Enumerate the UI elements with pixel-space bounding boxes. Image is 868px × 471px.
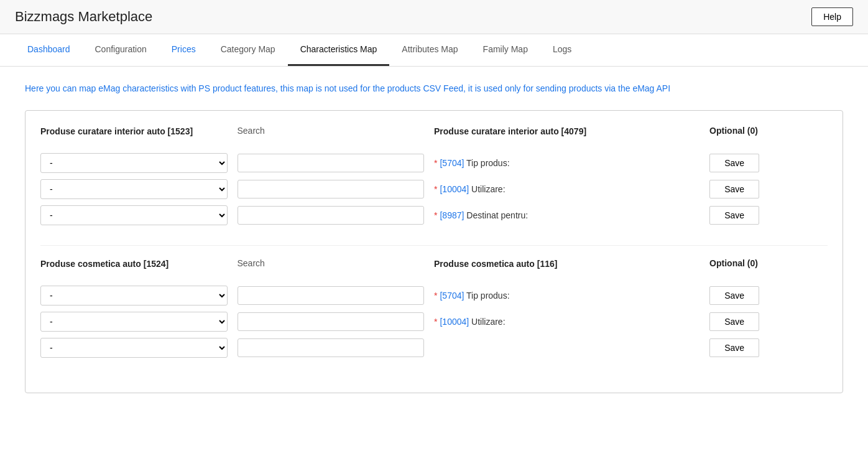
section2-search-header: Search xyxy=(238,258,425,268)
section-2: Produse cosmetica auto [1524] Search Pro… xyxy=(40,258,828,358)
section1-left-header: Produse curatare interior auto [1523] xyxy=(40,126,228,138)
nav-item-family-map[interactable]: Family Map xyxy=(471,34,540,66)
section1-select-2[interactable]: - xyxy=(40,179,228,199)
section-1: Produse curatare interior auto [1523] Se… xyxy=(40,126,828,225)
section1-save-3[interactable]: Save xyxy=(709,206,759,225)
section1-search-header: Search xyxy=(238,126,425,136)
section2-search-3[interactable] xyxy=(238,338,425,357)
section2-char-1: *[5704] Tip produs: xyxy=(434,291,510,301)
section1-select-1[interactable]: - xyxy=(40,153,228,173)
nav: Dashboard Configuration Prices Category … xyxy=(0,34,868,67)
section1-char-2: *[10004] Utilizare: xyxy=(434,184,506,194)
section1-right-header: Produse curatare interior auto [4079] xyxy=(434,126,699,138)
nav-item-logs[interactable]: Logs xyxy=(540,34,584,66)
section1-save-1[interactable]: Save xyxy=(709,154,759,172)
section1-char-3: *[8987] Destinat pentru: xyxy=(434,210,528,220)
section-divider-1 xyxy=(40,245,828,246)
section2-char-2: *[10004] Utilizare: xyxy=(434,317,506,327)
nav-item-dashboard[interactable]: Dashboard xyxy=(15,34,83,66)
section1-search-2[interactable] xyxy=(238,180,425,198)
section1-search-3[interactable] xyxy=(238,206,425,225)
section2-save-2[interactable]: Save xyxy=(709,312,759,331)
main-content: Here you can map eMag characteristics wi… xyxy=(0,67,868,408)
section1-search-1[interactable] xyxy=(238,154,425,172)
nav-item-prices[interactable]: Prices xyxy=(159,34,208,66)
section2-select-2[interactable]: - xyxy=(40,312,228,332)
main-box: Produse curatare interior auto [1523] Se… xyxy=(25,110,843,393)
section2-left-header: Produse cosmetica auto [1524] xyxy=(40,258,228,271)
section2-select-3[interactable]: - xyxy=(40,338,228,358)
info-text: Here you can map eMag characteristics wi… xyxy=(25,82,843,95)
section2-search-1[interactable] xyxy=(238,286,425,305)
header: Bizzmags Marketplace Help xyxy=(0,0,868,34)
nav-item-characteristics-map[interactable]: Characteristics Map xyxy=(288,34,390,66)
app-title: Bizzmags Marketplace xyxy=(15,9,152,25)
section2-search-2[interactable] xyxy=(238,312,425,331)
nav-item-configuration[interactable]: Configuration xyxy=(83,34,159,66)
nav-item-category-map[interactable]: Category Map xyxy=(208,34,288,66)
section2-right-header: Produse cosmetica auto [116] xyxy=(434,258,699,271)
section1-optional-header: Optional (0) xyxy=(709,126,828,136)
section2-save-3[interactable]: Save xyxy=(709,338,759,357)
section1-save-2[interactable]: Save xyxy=(709,180,759,198)
nav-item-attributes-map[interactable]: Attributes Map xyxy=(389,34,470,66)
section2-select-1[interactable]: - xyxy=(40,286,228,305)
section2-optional-header: Optional (0) xyxy=(709,258,828,268)
section2-save-1[interactable]: Save xyxy=(709,286,759,305)
help-button[interactable]: Help xyxy=(811,7,853,26)
section1-char-1: *[5704] Tip produs: xyxy=(434,158,510,168)
section1-select-3[interactable]: - xyxy=(40,205,228,225)
